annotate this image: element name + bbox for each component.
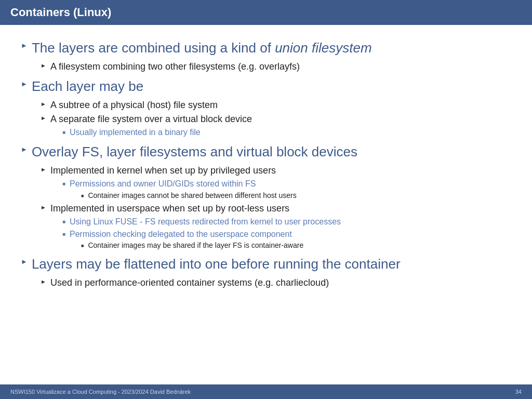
- sq-icon-2-2-1: ■: [62, 129, 65, 135]
- footer-right: 34: [515, 389, 522, 395]
- section-3-sub-1-1-1-text: Container images cannot be shared betwee…: [88, 191, 296, 201]
- arrow-icon-1: ►: [21, 42, 28, 49]
- section-2-sub-2-text: A separate file system over a virtual bl…: [50, 113, 252, 125]
- section-3-sub-2-2-1-text: Container images may be shared if the la…: [88, 241, 303, 250]
- section-3-sub-2-2: ■ Permission checking delegated to the u…: [62, 229, 511, 240]
- section-3-sub-1-1-1: ■ Container images cannot be shared betw…: [81, 191, 511, 201]
- sq-icon-3-2-1: ■: [62, 219, 65, 224]
- section-3-text: Overlay FS, layer filesystems and virtua…: [32, 143, 357, 161]
- arrow-icon-2-1: ►: [41, 101, 46, 107]
- section-3-sub-2-2-1: ■ Container images may be shared if the …: [81, 241, 511, 250]
- arrow-icon-3: ►: [21, 145, 28, 153]
- arrow-icon-1-1: ►: [41, 62, 46, 69]
- section-2-sub-1: ► A subtree of a physical (host) file sy…: [41, 99, 511, 111]
- section-4-sub-1: ► Used in performance-oriented container…: [41, 276, 511, 289]
- sq-icon-3-2-2: ■: [62, 231, 65, 237]
- slide-title: Containers (Linux): [10, 6, 111, 19]
- section-3-sub-1-text: Implemented in kernel when set up by pri…: [50, 164, 276, 177]
- footer-left: NSWI150 Virtualizace a Cloud Computing -…: [10, 389, 191, 395]
- arrow-icon-3-2: ►: [41, 204, 46, 210]
- section-1-text: The layers are combined using a kind of …: [32, 39, 372, 57]
- section-2-text: Each layer may be: [32, 78, 143, 96]
- section-2-sub-2-1-text: Usually implemented in a binary file: [70, 127, 201, 138]
- arrow-icon-4: ►: [21, 258, 28, 265]
- section-3-sub-1-1: ■ Permissions and owner UID/GIDs stored …: [62, 178, 511, 190]
- section-3-sub-1-1-text: Permissions and owner UID/GIDs stored wi…: [70, 178, 256, 190]
- section-4-text: Layers may be flattened into one before …: [32, 256, 401, 273]
- section-2-sub-2: ► A separate file system over a virtual …: [41, 113, 511, 125]
- sq-icon-3-2-2-1: ■: [81, 243, 84, 248]
- section-3-sub-2-1-text: Using Linux FUSE - FS requests redirecte…: [70, 216, 341, 228]
- section-2: ► Each layer may be: [21, 78, 511, 96]
- slide-footer: NSWI150 Virtualizace a Cloud Computing -…: [0, 384, 532, 399]
- arrow-icon-2: ►: [21, 80, 28, 88]
- arrow-icon-4-1: ►: [41, 278, 46, 285]
- slide-content: ► The layers are combined using a kind o…: [0, 25, 532, 384]
- sq-icon-3-1-1: ■: [62, 181, 65, 187]
- section-1-sub-1-text: A filesystem combining two other filesys…: [50, 60, 300, 73]
- sq-icon-3-1-1-1: ■: [81, 193, 84, 198]
- section-4: ► Layers may be flattened into one befor…: [21, 256, 511, 273]
- section-1-sub-1: ► A filesystem combining two other files…: [41, 60, 511, 73]
- section-1: ► The layers are combined using a kind o…: [21, 39, 511, 57]
- section-3-sub-2-1: ■ Using Linux FUSE - FS requests redirec…: [62, 216, 511, 228]
- slide: Containers (Linux) ► The layers are comb…: [0, 0, 532, 399]
- arrow-icon-2-2: ►: [41, 115, 46, 121]
- section-2-sub-2-1: ■ Usually implemented in a binary file: [62, 127, 511, 138]
- section-3-sub-2: ► Implemented in userspace when set up b…: [41, 202, 511, 215]
- section-3-sub-2-text: Implemented in userspace when set up by …: [50, 202, 289, 215]
- section-3: ► Overlay FS, layer filesystems and virt…: [21, 143, 511, 161]
- slide-header: Containers (Linux): [0, 0, 532, 25]
- arrow-icon-3-1: ►: [41, 166, 46, 172]
- section-2-sub-1-text: A subtree of a physical (host) file syst…: [50, 99, 218, 111]
- section-3-sub-2-2-text: Permission checking delegated to the use…: [70, 229, 292, 240]
- section-3-sub-1: ► Implemented in kernel when set up by p…: [41, 164, 511, 177]
- section-4-sub-1-text: Used in performance-oriented container s…: [50, 276, 329, 289]
